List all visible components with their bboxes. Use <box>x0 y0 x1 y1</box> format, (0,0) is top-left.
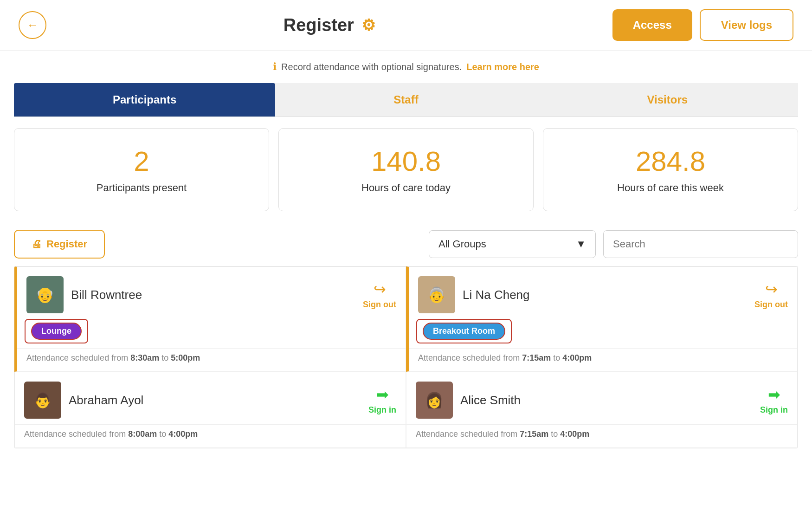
stat-number-hours-today: 140.8 <box>288 145 524 177</box>
avatar-alice: 👩 <box>416 382 453 419</box>
sign-in-label-alice: Sign in <box>760 405 788 415</box>
page-title-container: Register ⚙ <box>284 15 375 35</box>
settings-icon[interactable]: ⚙ <box>361 16 375 34</box>
stat-hours-week: 284.8 Hours of care this week <box>543 128 798 211</box>
participant-header-alice: 👩 Alice Smith ➡ Sign in <box>406 372 797 424</box>
sign-out-label-lina: Sign out <box>754 300 788 310</box>
schedule-alice: Attendance scheduled from 7:15am to 4:00… <box>406 424 797 447</box>
stat-label-participants: Participants present <box>24 182 259 194</box>
stat-number-hours-week: 284.8 <box>553 145 788 177</box>
register-label: Register <box>46 238 87 250</box>
stat-participants-present: 2 Participants present <box>14 128 269 211</box>
stats-row: 2 Participants present 140.8 Hours of ca… <box>0 117 812 222</box>
sign-out-icon-bill: ↪ <box>374 280 386 298</box>
groups-label: All Groups <box>438 238 486 250</box>
register-button[interactable]: 🖨 Register <box>14 230 105 259</box>
participant-info-lina: 👵 Li Na Cheng <box>418 276 530 313</box>
schedule-bill: Attendance scheduled from 8:30am to 5:00… <box>17 348 406 371</box>
chevron-down-icon: ▼ <box>576 238 586 250</box>
sign-in-icon-alice: ➡ <box>768 386 780 403</box>
participant-info-alice: 👩 Alice Smith <box>416 382 521 419</box>
tab-staff[interactable]: Staff <box>275 83 536 117</box>
participant-name-abraham: Abraham Ayol <box>69 393 143 408</box>
page-title: Register <box>284 15 354 35</box>
participant-card-lina: 👵 Li Na Cheng ↪ Sign out Breakout Room A… <box>406 266 798 372</box>
participant-card-bill: 👴 Bill Rowntree ↪ Sign out Lounge Attend… <box>14 266 406 372</box>
room-badge-container-bill: Lounge <box>25 319 88 343</box>
participant-header-lina: 👵 Li Na Cheng ↪ Sign out <box>409 267 797 319</box>
schedule-lina: Attendance scheduled from 7:15am to 4:00… <box>409 348 797 371</box>
groups-dropdown[interactable]: All Groups ▼ <box>429 230 596 258</box>
info-text: Record attendance with optional signatur… <box>281 62 462 72</box>
tab-participants[interactable]: Participants <box>14 83 275 117</box>
participant-header-abraham: 👨 Abraham Ayol ➡ Sign in <box>15 372 406 424</box>
room-badge-lina: Breakout Room <box>423 323 505 340</box>
sign-out-action-bill[interactable]: ↪ Sign out <box>363 280 396 310</box>
room-badge-container-lina: Breakout Room <box>416 319 512 343</box>
stat-number-participants: 2 <box>24 145 259 177</box>
participant-name-alice: Alice Smith <box>460 393 521 408</box>
participant-name-lina: Li Na Cheng <box>463 288 530 302</box>
sign-in-action-alice[interactable]: ➡ Sign in <box>760 386 788 415</box>
sign-in-icon-abraham: ➡ <box>376 386 389 403</box>
stat-hours-today: 140.8 Hours of care today <box>278 128 534 211</box>
schedule-abraham: Attendance scheduled from 8:00am to 4:00… <box>15 424 406 447</box>
sign-out-action-lina[interactable]: ↪ Sign out <box>754 280 788 310</box>
tabs-container: Participants Staff Visitors <box>14 83 798 117</box>
sign-in-label-abraham: Sign in <box>368 405 396 415</box>
info-icon: ℹ <box>273 61 277 73</box>
search-input[interactable] <box>603 230 798 258</box>
participant-card-abraham: 👨 Abraham Ayol ➡ Sign in Attendance sche… <box>14 372 406 448</box>
tab-visitors[interactable]: Visitors <box>537 83 798 117</box>
participant-name-bill: Bill Rowntree <box>71 288 142 302</box>
sign-out-icon-lina: ↪ <box>765 280 778 298</box>
view-logs-button[interactable]: View logs <box>700 9 793 41</box>
avatar-abraham: 👨 <box>24 382 61 419</box>
header-actions: Access View logs <box>612 9 793 41</box>
header: ← Register ⚙ Access View logs <box>0 0 812 51</box>
learn-more-link[interactable]: Learn more here <box>466 62 539 72</box>
back-button[interactable]: ← <box>19 11 46 39</box>
stat-label-hours-week: Hours of care this week <box>553 182 788 194</box>
avatar-bill: 👴 <box>26 276 64 313</box>
sign-in-action-abraham[interactable]: ➡ Sign in <box>368 386 396 415</box>
printer-icon: 🖨 <box>32 238 42 250</box>
avatar-lina: 👵 <box>418 276 455 313</box>
participant-header-bill: 👴 Bill Rowntree ↪ Sign out <box>17 267 406 319</box>
stat-label-hours-today: Hours of care today <box>288 182 524 194</box>
access-button[interactable]: Access <box>612 9 692 41</box>
toolbar-right: All Groups ▼ <box>429 230 798 258</box>
info-bar: ℹ Record attendance with optional signat… <box>0 51 812 83</box>
room-badge-bill: Lounge <box>31 323 82 340</box>
participants-grid: 👴 Bill Rowntree ↪ Sign out Lounge Attend… <box>14 266 798 448</box>
participant-card-alice: 👩 Alice Smith ➡ Sign in Attendance sched… <box>406 372 798 448</box>
back-icon: ← <box>27 19 38 32</box>
toolbar: 🖨 Register All Groups ▼ <box>0 222 812 266</box>
participant-info-abraham: 👨 Abraham Ayol <box>24 382 143 419</box>
sign-out-label-bill: Sign out <box>363 300 396 310</box>
participant-info-bill: 👴 Bill Rowntree <box>26 276 142 313</box>
